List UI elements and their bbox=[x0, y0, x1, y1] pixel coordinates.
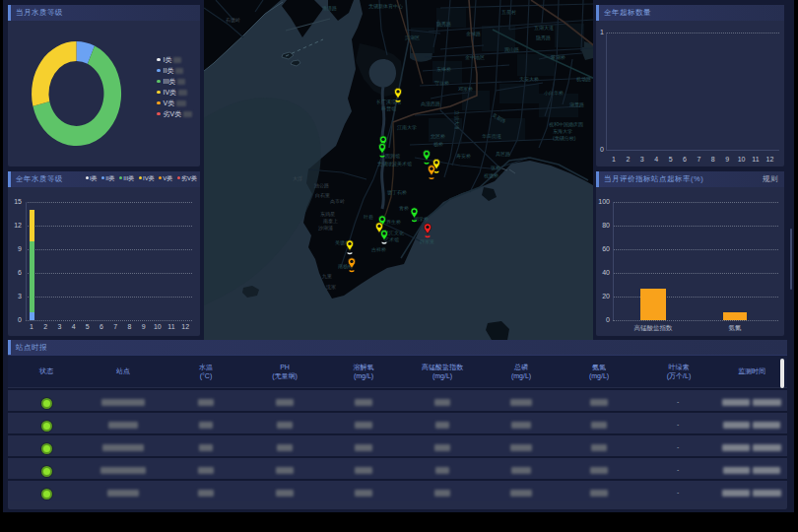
svg-text:九里: 九里 bbox=[322, 273, 332, 279]
svg-text:北区桥: 北区桥 bbox=[431, 133, 445, 140]
svg-text:油公路: 油公路 bbox=[313, 182, 329, 189]
svg-text:养生桥: 养生桥 bbox=[386, 219, 401, 225]
svg-text:渔港路: 渔港路 bbox=[322, 5, 337, 12]
svg-text:金城路: 金城路 bbox=[466, 31, 481, 36]
svg-text:滨湖区: 滨湖区 bbox=[405, 34, 420, 41]
svg-text:白石里: 白石里 bbox=[315, 192, 330, 199]
svg-text:高浪西路: 高浪西路 bbox=[421, 100, 440, 107]
svg-text:张桥: 张桥 bbox=[491, 165, 500, 171]
svg-text:沙湖浦: 沙湖浦 bbox=[318, 225, 333, 232]
svg-text:大浮: 大浮 bbox=[293, 175, 302, 182]
svg-text:科普馆: 科普馆 bbox=[381, 105, 396, 112]
svg-text:东海大学: 东海大学 bbox=[553, 128, 572, 135]
svg-text:翠湖桥: 翠湖桥 bbox=[550, 54, 565, 60]
svg-text:薛家里: 薛家里 bbox=[420, 238, 434, 244]
svg-text:五星村: 五星村 bbox=[501, 9, 516, 16]
svg-text:(无锡分校): (无锡分校) bbox=[553, 135, 576, 142]
svg-text:青桥: 青桥 bbox=[399, 205, 409, 211]
svg-text:石塘岭: 石塘岭 bbox=[226, 17, 240, 24]
svg-text:东鸡星: 东鸡星 bbox=[320, 211, 335, 217]
svg-text:东绛桥: 东绛桥 bbox=[436, 66, 451, 72]
svg-text:具区路: 具区路 bbox=[496, 151, 510, 157]
svg-text:无锡绿波美术馆: 无锡绿波美术馆 bbox=[377, 161, 412, 167]
svg-text:华庄街道: 华庄街道 bbox=[482, 133, 501, 140]
svg-text:祝塘桥: 祝塘桥 bbox=[484, 172, 499, 179]
svg-text:立信大道: 立信大道 bbox=[453, 110, 460, 130]
svg-text:邓家桥: 邓家桥 bbox=[458, 86, 473, 92]
svg-text:金中地区: 金中地区 bbox=[465, 54, 485, 60]
svg-text:隐秀路: 隐秀路 bbox=[436, 21, 451, 28]
svg-text:南泰上: 南泰上 bbox=[323, 218, 338, 224]
svg-text:小白华桥: 小白华桥 bbox=[544, 90, 564, 97]
svg-text:吉祥桥: 吉祥桥 bbox=[371, 246, 386, 252]
svg-text:叶巷: 叶巷 bbox=[364, 214, 373, 220]
svg-text:园洞馆: 园洞馆 bbox=[385, 153, 400, 160]
svg-text:湖景路: 湖景路 bbox=[569, 101, 584, 107]
svg-text:天安大桥: 天安大桥 bbox=[519, 76, 539, 82]
svg-text:沈家: 沈家 bbox=[326, 284, 336, 291]
svg-text:高市岭: 高市岭 bbox=[330, 198, 345, 204]
svg-text:江南大学: 江南大学 bbox=[397, 124, 417, 131]
svg-text:寿安桥: 寿安桥 bbox=[456, 153, 471, 159]
svg-text:杨桥: 杨桥 bbox=[432, 141, 443, 148]
svg-text:隐秀路: 隐秀路 bbox=[536, 34, 551, 41]
svg-text:无锡新体育中心: 无锡新体育中心 bbox=[368, 3, 403, 10]
svg-text:塘丁石桥: 塘丁石桥 bbox=[386, 189, 407, 196]
svg-text:守佳桥: 守佳桥 bbox=[434, 80, 449, 86]
svg-text:五湖大道: 五湖大道 bbox=[534, 25, 554, 31]
svg-text:祝和中国婚庆园: 祝和中国婚庆园 bbox=[549, 121, 583, 128]
svg-text:观山路: 观山路 bbox=[504, 46, 519, 53]
svg-text:机场路: 机场路 bbox=[576, 76, 591, 83]
